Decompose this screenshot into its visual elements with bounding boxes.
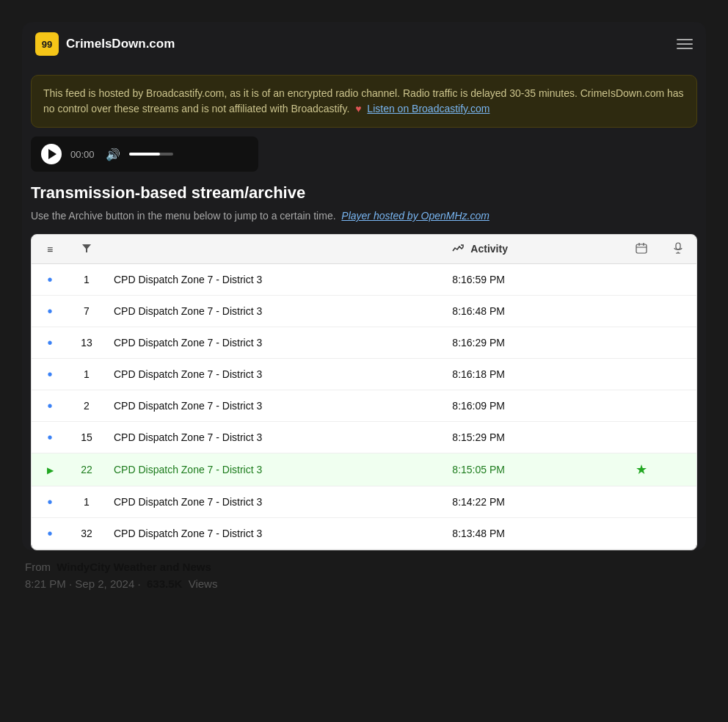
volume-bar-fill: [129, 153, 160, 156]
star-icon: ★: [636, 462, 647, 477]
app-header: 99 CrimeIsDown.com: [22, 22, 706, 66]
svg-marker-0: [82, 244, 91, 252]
active-dot: •: [47, 271, 52, 288]
mic-icon: [673, 244, 683, 256]
row-mic[interactable]: [660, 486, 696, 518]
row-mic[interactable]: [660, 327, 696, 359]
hamburger-menu-icon[interactable]: [677, 39, 693, 49]
row-dot: •: [32, 264, 68, 296]
row-channel-name[interactable]: CPD Dispatch Zone 7 - District 3: [105, 296, 443, 327]
row-star[interactable]: [623, 359, 660, 390]
row-number: 13: [68, 327, 105, 359]
time-display: 00:00: [70, 149, 97, 160]
info-banner: This feed is hosted by Broadcastify.com,…: [31, 75, 697, 128]
row-star[interactable]: [623, 422, 660, 453]
calendar-icon: [636, 244, 647, 256]
broadcastify-link[interactable]: Listen on Broadcastify.com: [367, 103, 489, 114]
row-time: 8:16:59 PM: [443, 264, 623, 296]
row-channel-name[interactable]: CPD Dispatch Zone 7 - District 3: [105, 453, 443, 486]
active-dot: •: [47, 335, 52, 351]
transmission-table: ≡: [32, 235, 696, 550]
activity-button[interactable]: Activity: [452, 243, 508, 255]
row-channel-name[interactable]: CPD Dispatch Zone 7 - District 3: [105, 327, 443, 359]
app-header-left: 99 CrimeIsDown.com: [35, 32, 175, 56]
row-mic[interactable]: [660, 359, 696, 390]
svg-rect-5: [676, 243, 680, 249]
row-dot: •: [32, 390, 68, 422]
app-card: 99 CrimeIsDown.com This feed is hosted b…: [22, 22, 706, 550]
th-mic[interactable]: [660, 235, 696, 264]
row-time: 8:16:09 PM: [443, 390, 623, 422]
th-calendar[interactable]: [623, 235, 660, 264]
row-channel-name[interactable]: CPD Dispatch Zone 7 - District 3: [105, 486, 443, 518]
table-header: ≡: [32, 235, 696, 264]
table-row[interactable]: •7CPD Dispatch Zone 7 - District 38:16:4…: [32, 296, 696, 327]
app-logo: 99: [35, 32, 59, 56]
row-dot: •: [32, 486, 68, 518]
table-body: •1CPD Dispatch Zone 7 - District 38:16:5…: [32, 264, 696, 550]
row-star[interactable]: [623, 486, 660, 518]
row-time: 8:13:48 PM: [443, 518, 623, 550]
row-channel-name[interactable]: CPD Dispatch Zone 7 - District 3: [105, 390, 443, 422]
stream-description: Use the Archive button in the menu below…: [31, 208, 697, 224]
row-mic[interactable]: [660, 422, 696, 453]
row-number: 7: [68, 296, 105, 327]
row-star[interactable]: [623, 264, 660, 296]
th-filter[interactable]: [68, 235, 105, 264]
table-row[interactable]: •15CPD Dispatch Zone 7 - District 38:15:…: [32, 422, 696, 453]
row-channel-name[interactable]: CPD Dispatch Zone 7 - District 3: [105, 264, 443, 296]
row-dot: •: [32, 327, 68, 359]
volume-icon[interactable]: 🔊: [106, 147, 120, 161]
row-number: 32: [68, 518, 105, 550]
row-channel-name[interactable]: CPD Dispatch Zone 7 - District 3: [105, 518, 443, 550]
table-row[interactable]: •13CPD Dispatch Zone 7 - District 38:16:…: [32, 327, 696, 359]
row-number: 1: [68, 264, 105, 296]
row-star[interactable]: [623, 327, 660, 359]
app-card-container: 99 CrimeIsDown.com This feed is hosted b…: [22, 22, 706, 550]
row-mic[interactable]: [660, 296, 696, 327]
transmission-table-wrapper: ≡: [31, 234, 697, 550]
volume-bar[interactable]: [129, 153, 173, 156]
row-mic[interactable]: [660, 453, 696, 486]
active-dot: •: [47, 494, 52, 510]
info-banner-text: This feed is hosted by Broadcastify.com,…: [43, 87, 684, 114]
active-dot: •: [47, 366, 52, 382]
th-activity[interactable]: Activity: [443, 235, 623, 264]
from-source: WindyCity Weather and News: [57, 561, 211, 573]
heart-icon: ♥: [355, 103, 361, 114]
active-dot: •: [47, 398, 52, 414]
row-channel-name[interactable]: CPD Dispatch Zone 7 - District 3: [105, 422, 443, 453]
table-row[interactable]: •32CPD Dispatch Zone 7 - District 38:13:…: [32, 518, 696, 550]
row-dot: •: [32, 359, 68, 390]
row-time: 8:16:48 PM: [443, 296, 623, 327]
row-time: 8:14:22 PM: [443, 486, 623, 518]
row-star[interactable]: ★: [623, 453, 660, 486]
svg-rect-1: [636, 244, 647, 253]
row-time: 8:16:18 PM: [443, 359, 623, 390]
table-row[interactable]: •1CPD Dispatch Zone 7 - District 38:16:1…: [32, 359, 696, 390]
row-channel-name[interactable]: CPD Dispatch Zone 7 - District 3: [105, 359, 443, 390]
row-star[interactable]: [623, 518, 660, 550]
row-time: 8:15:29 PM: [443, 422, 623, 453]
row-dot: •: [32, 422, 68, 453]
play-button[interactable]: [41, 144, 62, 164]
row-mic[interactable]: [660, 518, 696, 550]
play-indicator-icon: ▶: [47, 465, 54, 475]
th-name: [105, 235, 443, 264]
row-dot: ▶: [32, 453, 68, 486]
row-mic[interactable]: [660, 264, 696, 296]
th-menu[interactable]: ≡: [32, 235, 68, 264]
row-star[interactable]: [623, 390, 660, 422]
row-mic[interactable]: [660, 390, 696, 422]
row-star[interactable]: [623, 296, 660, 327]
table-row[interactable]: •1CPD Dispatch Zone 7 - District 38:14:2…: [32, 486, 696, 518]
table-row[interactable]: •1CPD Dispatch Zone 7 - District 38:16:5…: [32, 264, 696, 296]
table-row[interactable]: ▶22CPD Dispatch Zone 7 - District 38:15:…: [32, 453, 696, 486]
meta-info: 8:21 PM · Sep 2, 2024 · 633.5K Views: [25, 577, 703, 590]
stream-title: Transmission-based stream/archive: [31, 183, 697, 203]
app-title: CrimeIsDown.com: [66, 37, 175, 51]
page-wrapper: 99 CrimeIsDown.com This feed is hosted b…: [15, 15, 713, 600]
row-number: 22: [68, 453, 105, 486]
table-row[interactable]: •2CPD Dispatch Zone 7 - District 38:16:0…: [32, 390, 696, 422]
openmhz-link[interactable]: Player hosted by OpenMHz.com: [341, 210, 489, 222]
